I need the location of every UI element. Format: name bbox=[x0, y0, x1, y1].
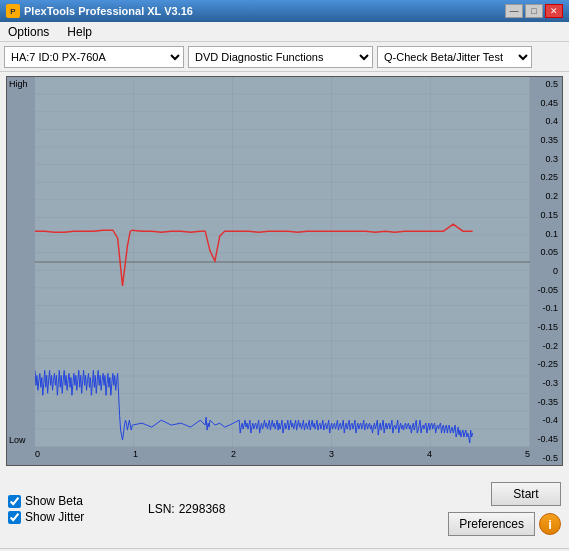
show-beta-label: Show Beta bbox=[25, 494, 83, 508]
test-select[interactable]: Q-Check Beta/Jitter Test bbox=[377, 46, 532, 68]
drive-select[interactable]: HA:7 ID:0 PX-760A bbox=[4, 46, 184, 68]
title-bar-left: P PlexTools Professional XL V3.16 bbox=[6, 4, 193, 18]
x-label-1: 1 bbox=[133, 449, 138, 459]
lsn-area: LSN: 2298368 bbox=[148, 502, 225, 516]
show-beta-row: Show Beta bbox=[8, 494, 128, 508]
x-label-0: 0 bbox=[35, 449, 40, 459]
x-label-2: 2 bbox=[231, 449, 236, 459]
x-label-5: 5 bbox=[525, 449, 530, 459]
title-bar: P PlexTools Professional XL V3.16 — □ ✕ bbox=[0, 0, 569, 22]
window-title: PlexTools Professional XL V3.16 bbox=[24, 5, 193, 17]
chart-low-label: Low bbox=[9, 435, 26, 445]
maximize-button[interactable]: □ bbox=[525, 4, 543, 18]
chart-container: High Low 0.5 0.45 0.4 0.35 0.3 0.25 0.2 … bbox=[6, 76, 563, 466]
bottom-panel: Show Beta Show Jitter LSN: 2298368 Start… bbox=[0, 470, 569, 548]
chart-svg bbox=[35, 77, 530, 447]
chart-high-label: High bbox=[9, 79, 28, 89]
x-label-3: 3 bbox=[329, 449, 334, 459]
lsn-value: 2298368 bbox=[179, 502, 226, 516]
show-jitter-checkbox[interactable] bbox=[8, 511, 21, 524]
checkbox-group: Show Beta Show Jitter bbox=[8, 494, 128, 524]
x-label-4: 4 bbox=[427, 449, 432, 459]
preferences-button[interactable]: Preferences bbox=[448, 512, 535, 536]
show-jitter-label: Show Jitter bbox=[25, 510, 84, 524]
menu-help[interactable]: Help bbox=[63, 24, 96, 40]
menu-bar: Options Help bbox=[0, 22, 569, 42]
info-button[interactable]: i bbox=[539, 513, 561, 535]
close-button[interactable]: ✕ bbox=[545, 4, 563, 18]
lsn-label: LSN: bbox=[148, 502, 175, 516]
show-beta-checkbox[interactable] bbox=[8, 495, 21, 508]
right-buttons: Start Preferences i bbox=[448, 482, 561, 536]
x-axis: 0 1 2 3 4 5 bbox=[35, 447, 530, 465]
start-button[interactable]: Start bbox=[491, 482, 561, 506]
menu-options[interactable]: Options bbox=[4, 24, 53, 40]
pref-info-row: Preferences i bbox=[448, 512, 561, 536]
toolbar: HA:7 ID:0 PX-760A DVD Diagnostic Functio… bbox=[0, 42, 569, 72]
app-icon: P bbox=[6, 4, 20, 18]
window-controls: — □ ✕ bbox=[505, 4, 563, 18]
show-jitter-row: Show Jitter bbox=[8, 510, 128, 524]
chart-plot-area bbox=[35, 77, 530, 447]
minimize-button[interactable]: — bbox=[505, 4, 523, 18]
y-axis-right: 0.5 0.45 0.4 0.35 0.3 0.25 0.2 0.15 0.1 … bbox=[530, 77, 562, 465]
function-select[interactable]: DVD Diagnostic Functions bbox=[188, 46, 373, 68]
